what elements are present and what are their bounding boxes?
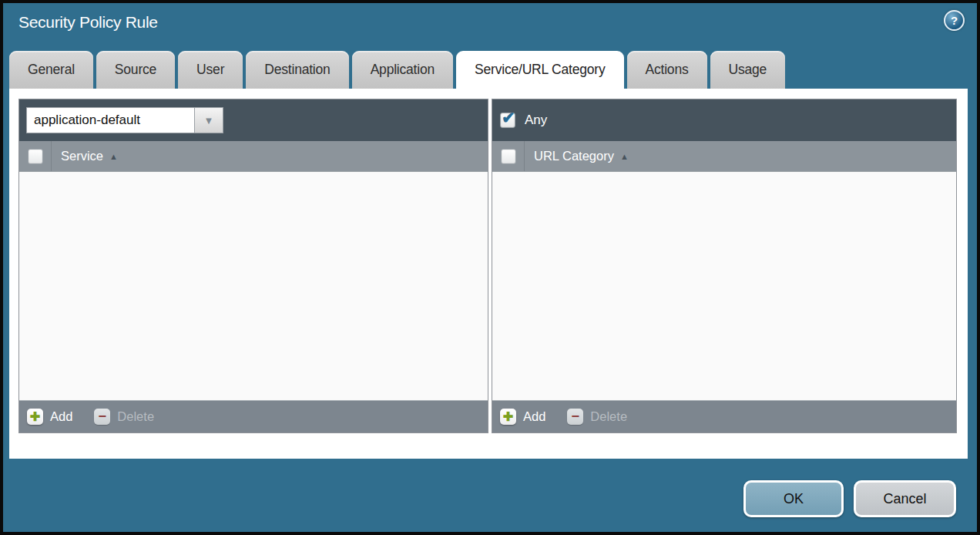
any-row: Any <box>499 113 547 128</box>
url-add-label: Add <box>523 409 545 424</box>
url-category-column-label[interactable]: URL Category ▲ <box>534 149 629 163</box>
plus-icon: ✚ <box>500 409 516 425</box>
tab-user[interactable]: User <box>178 51 243 89</box>
url-category-table-header: URL Category ▲ <box>492 141 956 172</box>
url-select-all-checkbox[interactable] <box>501 149 516 164</box>
service-table-header: Service ▲ <box>19 141 488 172</box>
service-select-all-cell <box>19 141 52 171</box>
tab-usage[interactable]: Usage <box>710 51 786 89</box>
tab-application[interactable]: Application <box>352 51 453 89</box>
service-delete-label: Delete <box>117 409 154 424</box>
service-column-text: Service <box>61 149 103 163</box>
tab-content-area: application-default ▼ Service ▲ ✚ <box>9 89 968 459</box>
service-panel-footer: ✚ Add − Delete <box>19 400 488 432</box>
dialog-title: Security Policy Rule <box>18 13 158 32</box>
plus-icon: ✚ <box>27 409 43 425</box>
help-icon[interactable]: ? <box>944 10 965 31</box>
service-select-all-checkbox[interactable] <box>28 149 43 164</box>
service-delete-button[interactable]: − Delete <box>94 409 154 425</box>
url-delete-button[interactable]: − Delete <box>567 409 627 425</box>
title-bar: Security Policy Rule ? <box>3 3 977 48</box>
cancel-button[interactable]: Cancel <box>854 480 956 517</box>
any-label: Any <box>525 113 547 128</box>
service-type-dropdown[interactable]: application-default ▼ <box>26 107 223 133</box>
service-type-dropdown-value[interactable]: application-default <box>26 107 194 133</box>
minus-icon: − <box>94 409 110 425</box>
url-select-all-cell <box>492 141 525 171</box>
security-policy-rule-dialog: Security Policy Rule ? General Source Us… <box>0 0 980 535</box>
url-category-panel: Any URL Category ▲ ✚ Add − <box>492 99 957 433</box>
tab-source[interactable]: Source <box>96 51 175 89</box>
service-panel: application-default ▼ Service ▲ ✚ <box>18 99 488 433</box>
any-checkbox[interactable] <box>500 113 515 128</box>
service-panel-top-bar: application-default ▼ <box>19 99 488 141</box>
tab-service-url-category[interactable]: Service/URL Category <box>456 51 623 89</box>
ok-button[interactable]: OK <box>743 480 844 517</box>
url-category-column-text: URL Category <box>534 149 614 163</box>
tab-destination[interactable]: Destination <box>246 51 348 89</box>
tab-general[interactable]: General <box>9 51 93 89</box>
service-add-button[interactable]: ✚ Add <box>27 409 72 425</box>
tab-strip: General Source User Destination Applicat… <box>9 51 785 89</box>
service-type-dropdown-button[interactable]: ▼ <box>194 107 223 133</box>
url-panel-top-bar: Any <box>492 99 956 141</box>
minus-icon: − <box>567 409 583 425</box>
url-category-table-body <box>492 172 956 400</box>
url-panel-footer: ✚ Add − Delete <box>492 400 956 432</box>
chevron-down-icon: ▼ <box>204 116 214 126</box>
service-add-label: Add <box>50 409 72 424</box>
sort-ascending-icon: ▲ <box>109 152 118 161</box>
sort-ascending-icon: ▲ <box>620 152 629 161</box>
service-table-body <box>19 172 488 400</box>
tab-actions[interactable]: Actions <box>627 51 707 89</box>
url-delete-label: Delete <box>590 409 627 424</box>
url-add-button[interactable]: ✚ Add <box>500 409 545 425</box>
service-column-label[interactable]: Service ▲ <box>61 149 118 163</box>
